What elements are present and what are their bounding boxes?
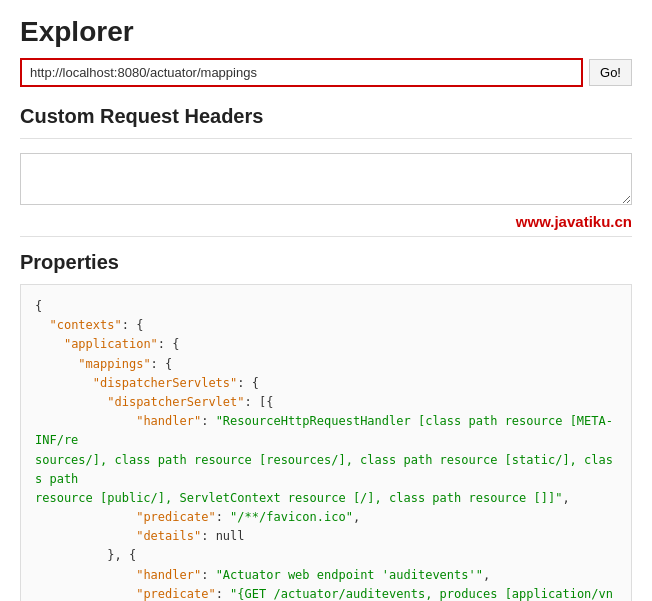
json-line-9: "predicate": "/**/favicon.ico",	[35, 508, 617, 527]
url-input[interactable]	[20, 58, 583, 87]
json-line-12: "handler": "Actuator web endpoint 'audit…	[35, 566, 617, 585]
page-title: Explorer	[20, 16, 632, 48]
json-line-6: "handler": "ResourceHttpRequestHandler […	[35, 412, 617, 450]
custom-headers-textarea[interactable]	[20, 153, 632, 205]
json-line-8: resource [public/], ServletContext resou…	[35, 489, 617, 508]
json-line-7: sources/], class path resource [resource…	[35, 451, 617, 489]
custom-headers-title: Custom Request Headers	[20, 105, 632, 128]
json-line-10: "details": null	[35, 527, 617, 546]
go-button[interactable]: Go!	[589, 59, 632, 86]
json-line-13: "predicate": "{GET /actuator/auditevents…	[35, 585, 617, 601]
json-line-3: "mappings": {	[35, 355, 617, 374]
json-line-0: {	[35, 297, 617, 316]
section-divider-1	[20, 138, 632, 139]
json-line-4: "dispatcherServlets": {	[35, 374, 617, 393]
url-bar-container: Go!	[20, 58, 632, 87]
json-line-1: "contexts": {	[35, 316, 617, 335]
section-divider-2	[20, 236, 632, 237]
json-line-5: "dispatcherServlet": [{	[35, 393, 617, 412]
properties-box: { "contexts": { "application": { "mappin…	[20, 284, 632, 601]
watermark: www.javatiku.cn	[20, 213, 632, 230]
json-line-11: }, {	[35, 546, 617, 565]
json-line-2: "application": {	[35, 335, 617, 354]
properties-title: Properties	[20, 251, 632, 274]
